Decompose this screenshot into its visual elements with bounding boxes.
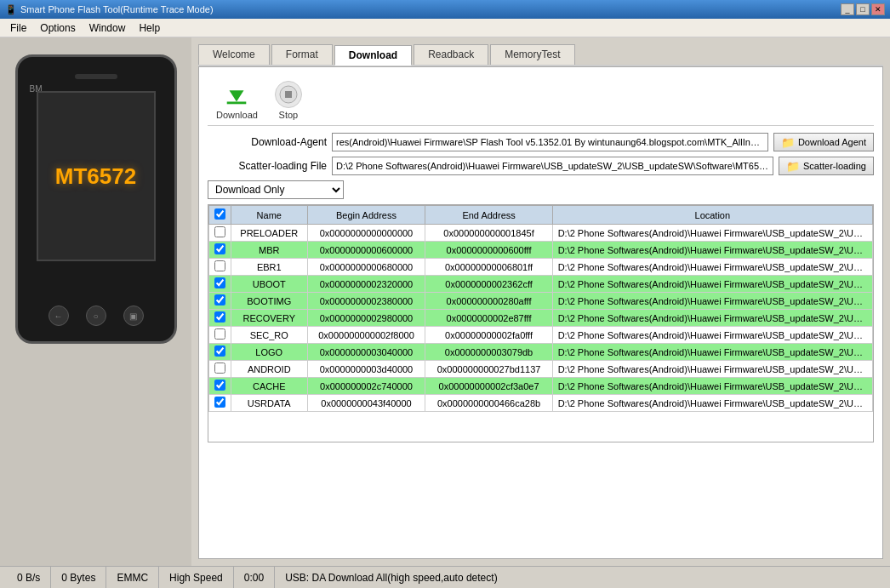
- title-bar-left: 📱 Smart Phone Flash Tool(Runtime Trace M…: [5, 4, 214, 15]
- row-checkbox[interactable]: [214, 363, 225, 374]
- scatter-loading-button[interactable]: 📁 Scatter-loading: [779, 157, 874, 175]
- row-location: D:\2 Phone Softwares(Android)\Huawei Fir…: [552, 361, 872, 378]
- scatter-row: Scatter-loading File 📁 Scatter-loading: [208, 157, 874, 175]
- select-all-checkbox[interactable]: [214, 208, 225, 220]
- maximize-button[interactable]: □: [856, 3, 870, 15]
- agent-row: Download-Agent 📁 Download Agent: [208, 133, 874, 151]
- scatter-loading-label: Scatter-loading: [803, 161, 866, 171]
- stop-button[interactable]: Stop: [275, 81, 302, 120]
- phone-screen: MT6572: [37, 91, 156, 261]
- row-end: 0x00000000006801ff: [425, 259, 552, 276]
- table-row: UBOOT0x00000000023200000x0000000002362cf…: [209, 276, 873, 293]
- download-icon: [223, 81, 250, 108]
- row-begin: 0x0000000002380000: [307, 293, 425, 310]
- row-end: 0x0000000002e87fff: [425, 310, 552, 327]
- row-name: PRELOADER: [231, 225, 308, 242]
- bytes-value: 0 Bytes: [61, 572, 95, 584]
- phone-menu-btn: ▣: [123, 305, 144, 326]
- row-checkbox-cell: [209, 378, 231, 395]
- row-checkbox[interactable]: [214, 226, 225, 237]
- header-end: End Address: [425, 206, 552, 225]
- file-table-body: PRELOADER0x00000000000000000x00000000000…: [209, 225, 873, 412]
- scatter-input[interactable]: [332, 157, 773, 175]
- download-label: Download: [216, 110, 258, 120]
- row-checkbox[interactable]: [214, 294, 225, 305]
- row-begin: 0x000000000002f8000: [307, 327, 425, 344]
- row-checkbox[interactable]: [214, 397, 225, 408]
- message-value: USB: DA Download All(high speed,auto det…: [285, 572, 497, 584]
- status-message: USB: DA Download All(high speed,auto det…: [275, 567, 883, 588]
- row-checkbox-cell: [209, 310, 231, 327]
- download-agent-label: Download Agent: [798, 137, 866, 147]
- row-checkbox[interactable]: [214, 311, 225, 323]
- row-end: 0x000000000280afff: [425, 293, 552, 310]
- row-checkbox[interactable]: [214, 277, 225, 288]
- row-name: LOGO: [231, 344, 308, 361]
- row-checkbox[interactable]: [214, 345, 225, 357]
- row-begin: 0x0000000002320000: [307, 276, 425, 293]
- row-location: D:\2 Phone Softwares(Android)\Huawei Fir…: [552, 395, 872, 412]
- phone-model: MT6572: [55, 163, 136, 190]
- download-agent-button[interactable]: 📁 Download Agent: [773, 133, 874, 151]
- tab-readback[interactable]: Readback: [414, 44, 488, 65]
- row-name: RECOVERY: [231, 310, 308, 327]
- table-row: SEC_RO0x000000000002f80000x00000000002fa…: [209, 327, 873, 344]
- row-name: EBR1: [231, 259, 308, 276]
- speed-value: 0 B/s: [17, 572, 40, 584]
- svg-rect-2: [227, 101, 247, 104]
- menu-help[interactable]: Help: [132, 20, 167, 36]
- row-begin: 0x0000000000680000: [307, 259, 425, 276]
- tabs: Welcome Format Download Readback MemoryT…: [198, 44, 883, 66]
- menu-bar: File Options Window Help: [0, 19, 890, 37]
- row-checkbox-cell: [209, 276, 231, 293]
- tab-welcome[interactable]: Welcome: [198, 44, 270, 65]
- table-row: LOGO0x00000000030400000x0000000003079dbD…: [209, 344, 873, 361]
- header-begin: Begin Address: [307, 206, 425, 225]
- agent-label: Download-Agent: [208, 136, 327, 148]
- row-checkbox[interactable]: [214, 243, 225, 254]
- close-button[interactable]: ✕: [871, 3, 885, 15]
- row-location: D:\2 Phone Softwares(Android)\Huawei Fir…: [552, 327, 872, 344]
- scatter-label: Scatter-loading File: [208, 160, 327, 172]
- phone-panel: BM MT6572 ← ○ ▣: [0, 37, 191, 566]
- stop-icon-circle: [275, 81, 302, 108]
- menu-window[interactable]: Window: [83, 20, 133, 36]
- file-table: Name Begin Address End Address Location …: [208, 205, 873, 412]
- app-icon: 📱: [5, 4, 17, 15]
- row-end: 0x0000000000600fff: [425, 242, 552, 259]
- dropdown-row: Download Only Firmware Upgrade Format Al…: [208, 180, 874, 199]
- row-end: 0x0000000002362cff: [425, 276, 552, 293]
- minimize-button[interactable]: _: [841, 3, 854, 15]
- menu-options[interactable]: Options: [33, 20, 82, 36]
- row-checkbox-cell: [209, 361, 231, 378]
- tab-format[interactable]: Format: [271, 44, 333, 65]
- svg-marker-1: [230, 90, 244, 101]
- table-row: BOOTIMG0x00000000023800000x000000000280a…: [209, 293, 873, 310]
- header-checkbox-cell: [209, 206, 231, 225]
- row-location: D:\2 Phone Softwares(Android)\Huawei Fir…: [552, 225, 872, 242]
- svg-rect-4: [285, 91, 292, 98]
- row-location: D:\2 Phone Softwares(Android)\Huawei Fir…: [552, 378, 872, 395]
- toolbar: Download Stop: [208, 76, 874, 126]
- menu-file[interactable]: File: [3, 20, 33, 36]
- row-checkbox[interactable]: [214, 260, 225, 271]
- agent-input[interactable]: [332, 133, 768, 151]
- phone-home-btn: ○: [86, 305, 106, 326]
- table-row: PRELOADER0x00000000000000000x00000000000…: [209, 225, 873, 242]
- row-checkbox-cell: [209, 344, 231, 361]
- row-name: CACHE: [231, 378, 308, 395]
- row-end: 0x000000000027bd1137: [425, 361, 552, 378]
- tab-download[interactable]: Download: [334, 45, 412, 66]
- row-checkbox-cell: [209, 259, 231, 276]
- row-begin: 0x0000000000000000: [307, 225, 425, 242]
- row-begin: 0x0000000002980000: [307, 310, 425, 327]
- download-button[interactable]: Download: [216, 81, 258, 120]
- tab-memorytest[interactable]: MemoryTest: [490, 44, 574, 65]
- row-name: USRDATA: [231, 395, 308, 412]
- table-row: ANDROID0x0000000003d400000x000000000027b…: [209, 361, 873, 378]
- mode-dropdown[interactable]: Download Only Firmware Upgrade Format Al…: [208, 180, 344, 199]
- status-time: 0:00: [234, 567, 275, 588]
- row-checkbox[interactable]: [214, 328, 225, 340]
- row-end: 0x00000000002cf3a0e7: [425, 378, 552, 395]
- row-checkbox[interactable]: [214, 380, 225, 391]
